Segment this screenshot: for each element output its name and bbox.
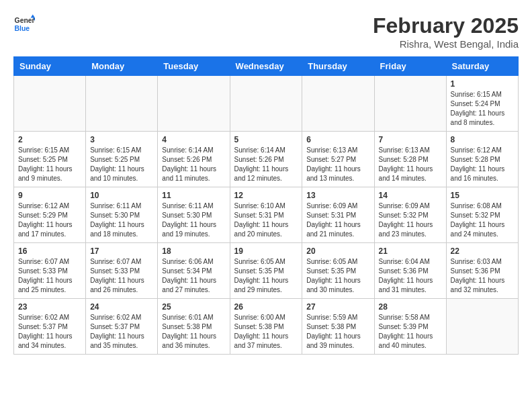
dow-thursday: Thursday — [302, 57, 374, 76]
day-number: 7 — [379, 135, 442, 144]
calendar-cell: 19Sunrise: 6:05 AM Sunset: 5:35 PM Dayli… — [230, 243, 302, 299]
calendar-cell: 9Sunrise: 6:12 AM Sunset: 5:29 PM Daylig… — [14, 187, 86, 243]
calendar-cell: 13Sunrise: 6:09 AM Sunset: 5:31 PM Dayli… — [302, 187, 374, 243]
day-number: 28 — [379, 302, 442, 312]
svg-marker-2 — [31, 15, 35, 18]
day-number: 20 — [306, 246, 369, 256]
day-info: Sunrise: 6:14 AM Sunset: 5:26 PM Dayligh… — [162, 146, 225, 183]
calendar-cell — [86, 76, 158, 132]
day-number: 18 — [162, 246, 225, 256]
day-info: Sunrise: 6:15 AM Sunset: 5:25 PM Dayligh… — [18, 146, 81, 183]
day-info: Sunrise: 6:15 AM Sunset: 5:25 PM Dayligh… — [90, 146, 153, 183]
dow-friday: Friday — [374, 57, 446, 76]
day-number: 21 — [379, 246, 442, 256]
calendar-cell: 2Sunrise: 6:15 AM Sunset: 5:25 PM Daylig… — [14, 132, 86, 187]
dow-sunday: Sunday — [14, 57, 86, 76]
day-number: 2 — [18, 135, 81, 144]
title-area: February 2025 Rishra, West Bengal, India — [373, 13, 519, 50]
calendar-week-1: 1Sunrise: 6:15 AM Sunset: 5:24 PM Daylig… — [14, 76, 519, 132]
day-info: Sunrise: 6:00 AM Sunset: 5:38 PM Dayligh… — [234, 313, 298, 351]
day-number: 25 — [162, 302, 225, 312]
day-info: Sunrise: 6:04 AM Sunset: 5:36 PM Dayligh… — [379, 257, 442, 295]
dow-monday: Monday — [86, 57, 158, 76]
day-info: Sunrise: 6:13 AM Sunset: 5:27 PM Dayligh… — [306, 146, 369, 183]
day-number: 24 — [90, 302, 153, 312]
calendar-cell: 26Sunrise: 6:00 AM Sunset: 5:38 PM Dayli… — [230, 299, 302, 355]
calendar-week-5: 23Sunrise: 6:02 AM Sunset: 5:37 PM Dayli… — [14, 299, 519, 355]
day-number: 8 — [451, 135, 514, 144]
day-info: Sunrise: 6:09 AM Sunset: 5:32 PM Dayligh… — [379, 201, 442, 239]
day-number: 22 — [451, 246, 514, 256]
calendar-cell — [14, 76, 86, 132]
calendar-cell: 28Sunrise: 5:58 AM Sunset: 5:39 PM Dayli… — [374, 299, 446, 355]
calendar-cell: 20Sunrise: 6:05 AM Sunset: 5:35 PM Dayli… — [302, 243, 374, 299]
calendar-cell: 1Sunrise: 6:15 AM Sunset: 5:24 PM Daylig… — [446, 76, 518, 132]
day-info: Sunrise: 6:07 AM Sunset: 5:33 PM Dayligh… — [18, 257, 81, 295]
calendar-week-2: 2Sunrise: 6:15 AM Sunset: 5:25 PM Daylig… — [14, 132, 519, 187]
day-number: 23 — [18, 302, 81, 312]
calendar-cell: 8Sunrise: 6:12 AM Sunset: 5:28 PM Daylig… — [446, 132, 518, 187]
calendar-cell: 7Sunrise: 6:13 AM Sunset: 5:28 PM Daylig… — [374, 132, 446, 187]
day-info: Sunrise: 6:05 AM Sunset: 5:35 PM Dayligh… — [234, 257, 298, 295]
day-number: 1 — [451, 79, 514, 89]
calendar-cell — [446, 299, 518, 355]
day-info: Sunrise: 6:02 AM Sunset: 5:37 PM Dayligh… — [90, 313, 153, 351]
calendar-table: SundayMondayTuesdayWednesdayThursdayFrid… — [13, 56, 519, 355]
calendar-week-3: 9Sunrise: 6:12 AM Sunset: 5:29 PM Daylig… — [14, 187, 519, 243]
subtitle: Rishra, West Bengal, India — [373, 38, 519, 50]
svg-text:General: General — [15, 17, 35, 24]
day-number: 3 — [90, 135, 153, 144]
day-info: Sunrise: 6:07 AM Sunset: 5:33 PM Dayligh… — [90, 257, 153, 295]
day-info: Sunrise: 6:14 AM Sunset: 5:26 PM Dayligh… — [234, 146, 298, 183]
day-info: Sunrise: 6:11 AM Sunset: 5:30 PM Dayligh… — [90, 201, 153, 239]
day-info: Sunrise: 6:13 AM Sunset: 5:28 PM Dayligh… — [379, 146, 442, 183]
day-number: 17 — [90, 246, 153, 256]
day-number: 9 — [18, 191, 81, 200]
calendar-cell — [374, 76, 446, 132]
day-info: Sunrise: 5:59 AM Sunset: 5:38 PM Dayligh… — [306, 313, 369, 351]
day-info: Sunrise: 6:15 AM Sunset: 5:24 PM Dayligh… — [451, 90, 514, 128]
calendar-cell: 14Sunrise: 6:09 AM Sunset: 5:32 PM Dayli… — [374, 187, 446, 243]
day-info: Sunrise: 5:58 AM Sunset: 5:39 PM Dayligh… — [379, 313, 442, 351]
calendar-cell: 23Sunrise: 6:02 AM Sunset: 5:37 PM Dayli… — [14, 299, 86, 355]
calendar-cell — [230, 76, 302, 132]
day-number: 13 — [306, 191, 369, 200]
day-info: Sunrise: 6:02 AM Sunset: 5:37 PM Dayligh… — [18, 313, 81, 351]
day-number: 10 — [90, 191, 153, 200]
day-number: 6 — [306, 135, 369, 144]
calendar-cell: 17Sunrise: 6:07 AM Sunset: 5:33 PM Dayli… — [86, 243, 158, 299]
calendar-cell: 12Sunrise: 6:10 AM Sunset: 5:31 PM Dayli… — [230, 187, 302, 243]
calendar-cell: 18Sunrise: 6:06 AM Sunset: 5:34 PM Dayli… — [158, 243, 230, 299]
day-number: 4 — [162, 135, 225, 144]
calendar-cell: 22Sunrise: 6:03 AM Sunset: 5:36 PM Dayli… — [446, 243, 518, 299]
header: General Blue February 2025 Rishra, West … — [13, 13, 519, 50]
day-info: Sunrise: 6:12 AM Sunset: 5:29 PM Dayligh… — [18, 201, 81, 239]
day-number: 12 — [234, 191, 298, 200]
calendar-cell — [158, 76, 230, 132]
day-info: Sunrise: 6:06 AM Sunset: 5:34 PM Dayligh… — [162, 257, 225, 295]
calendar-week-4: 16Sunrise: 6:07 AM Sunset: 5:33 PM Dayli… — [14, 243, 519, 299]
calendar-cell: 5Sunrise: 6:14 AM Sunset: 5:26 PM Daylig… — [230, 132, 302, 187]
calendar-cell: 4Sunrise: 6:14 AM Sunset: 5:26 PM Daylig… — [158, 132, 230, 187]
day-info: Sunrise: 6:05 AM Sunset: 5:35 PM Dayligh… — [306, 257, 369, 295]
calendar-cell: 27Sunrise: 5:59 AM Sunset: 5:38 PM Dayli… — [302, 299, 374, 355]
dow-tuesday: Tuesday — [158, 57, 230, 76]
day-number: 19 — [234, 246, 298, 256]
calendar-cell — [302, 76, 374, 132]
day-info: Sunrise: 6:09 AM Sunset: 5:31 PM Dayligh… — [306, 201, 369, 239]
day-number: 27 — [306, 302, 369, 312]
calendar-cell: 16Sunrise: 6:07 AM Sunset: 5:33 PM Dayli… — [14, 243, 86, 299]
calendar-cell: 3Sunrise: 6:15 AM Sunset: 5:25 PM Daylig… — [86, 132, 158, 187]
calendar-cell: 6Sunrise: 6:13 AM Sunset: 5:27 PM Daylig… — [302, 132, 374, 187]
main-title: February 2025 — [373, 13, 519, 38]
calendar-cell: 10Sunrise: 6:11 AM Sunset: 5:30 PM Dayli… — [86, 187, 158, 243]
day-number: 5 — [234, 135, 298, 144]
calendar-cell: 11Sunrise: 6:11 AM Sunset: 5:30 PM Dayli… — [158, 187, 230, 243]
logo-icon: General Blue — [13, 13, 35, 35]
day-number: 16 — [18, 246, 81, 256]
day-info: Sunrise: 6:11 AM Sunset: 5:30 PM Dayligh… — [162, 201, 225, 239]
dow-saturday: Saturday — [446, 57, 518, 76]
calendar-cell: 25Sunrise: 6:01 AM Sunset: 5:38 PM Dayli… — [158, 299, 230, 355]
day-info: Sunrise: 6:01 AM Sunset: 5:38 PM Dayligh… — [162, 313, 225, 351]
calendar-cell: 24Sunrise: 6:02 AM Sunset: 5:37 PM Dayli… — [86, 299, 158, 355]
